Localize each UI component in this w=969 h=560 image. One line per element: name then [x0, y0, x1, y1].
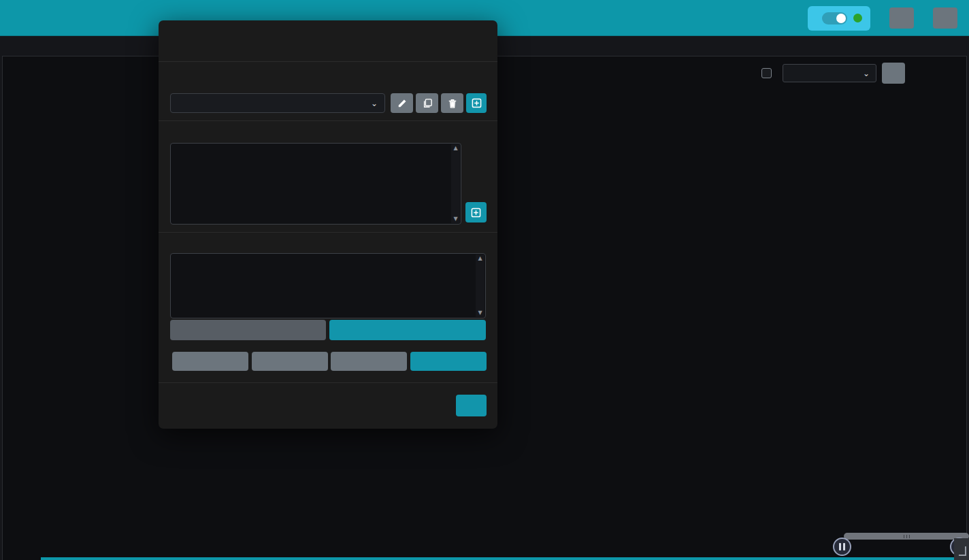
- plot-configurator-gear-button[interactable]: [882, 63, 905, 84]
- heikin-ashi-row: ⌄: [761, 63, 905, 84]
- trash-icon: [448, 99, 457, 108]
- plot-config-select[interactable]: ⌄: [783, 64, 876, 82]
- plot-configurator-dialog: ⌄ ▲▼ ▲▼: [159, 20, 497, 429]
- save-button[interactable]: [410, 352, 487, 371]
- app-window: ⌄ ⌄: [0, 0, 969, 560]
- chevron-down-icon: ⌄: [371, 99, 378, 108]
- pencil-icon: [397, 99, 407, 108]
- plot-config-name-select[interactable]: ⌄: [170, 93, 385, 113]
- datazoom-left-handle[interactable]: [833, 538, 851, 556]
- divider: [159, 120, 497, 121]
- target-plot-listbox[interactable]: ▲▼: [170, 143, 461, 225]
- add-target-plot-button[interactable]: [465, 202, 487, 223]
- reset-button[interactable]: [172, 352, 248, 371]
- toggle-knob: [836, 14, 846, 23]
- avatar: [933, 7, 957, 29]
- divider: [159, 61, 497, 62]
- edit-config-button[interactable]: [391, 93, 413, 113]
- plus-square-icon: [472, 98, 482, 108]
- remove-indicator-button[interactable]: [170, 320, 326, 340]
- divider: [159, 232, 497, 233]
- bottom-accent-strip: [41, 557, 969, 560]
- duplicate-config-button[interactable]: [416, 93, 438, 113]
- datazoom-scrollbar[interactable]: [844, 533, 969, 540]
- bot-status-dot: [853, 14, 862, 22]
- divider: [159, 382, 497, 383]
- scrollbar[interactable]: ▲▼: [476, 254, 484, 317]
- heikin-ashi-checkbox[interactable]: [761, 68, 772, 78]
- from-strategy-button[interactable]: [252, 352, 328, 371]
- user-menu[interactable]: [933, 7, 961, 29]
- delete-config-button[interactable]: [441, 93, 463, 113]
- refresh-button[interactable]: [889, 7, 914, 29]
- ok-button[interactable]: [456, 395, 487, 416]
- add-config-button[interactable]: [466, 93, 487, 113]
- indicators-listbox[interactable]: ▲▼: [170, 253, 486, 318]
- bot-toggle[interactable]: [822, 12, 847, 24]
- show-button[interactable]: [331, 352, 407, 371]
- scrollbar[interactable]: ▲▼: [451, 144, 460, 223]
- panel-resize-grip[interactable]: [954, 538, 969, 560]
- copy-icon: [423, 99, 432, 108]
- plus-square-icon: [471, 208, 481, 218]
- bot-selector[interactable]: [808, 6, 870, 31]
- add-new-indicator-button[interactable]: [329, 320, 486, 340]
- chevron-down-icon: ⌄: [863, 69, 870, 78]
